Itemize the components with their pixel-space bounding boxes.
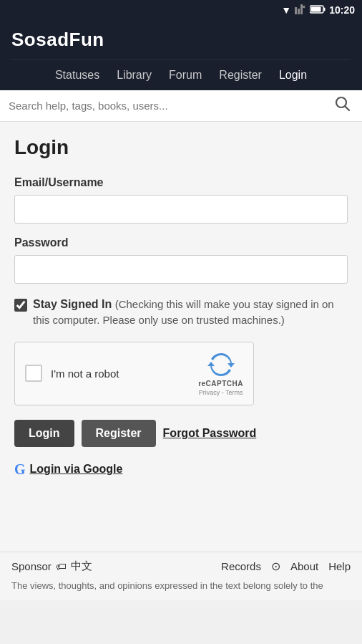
main-content: Login Email/Username Password Stay Signe… (0, 122, 362, 552)
page-title: Login (14, 136, 348, 159)
recaptcha-box[interactable]: I'm not a robot reCAPTCHA Privacy - Term… (14, 342, 254, 405)
stay-signed-checkbox[interactable] (14, 299, 27, 312)
logo: SosadFun (11, 29, 351, 59)
nav-library[interactable]: Library (108, 67, 160, 83)
nav: Statuses Library Forum Register Login (11, 59, 351, 90)
forgot-password-link[interactable]: Forgot Password (163, 427, 257, 440)
help-link[interactable]: Help (328, 560, 351, 572)
recaptcha-links: Privacy - Terms (199, 389, 243, 396)
records-link[interactable]: Records (221, 560, 261, 572)
chinese-label: 中文 (71, 559, 92, 573)
search-button[interactable] (332, 96, 353, 115)
nav-register[interactable]: Register (210, 67, 270, 83)
buttons-row: Login Register Forgot Password (14, 420, 348, 447)
status-bar: ▼ 10:20 (0, 0, 362, 20)
footer-disclaimer: The views, thoughts, and opinions expres… (11, 579, 351, 593)
google-login-row: G Login via Google (14, 461, 348, 478)
recaptcha-checkbox[interactable] (25, 365, 42, 382)
password-label: Password (14, 236, 348, 249)
sponsor-icon: 🏷 (56, 560, 67, 572)
svg-rect-6 (324, 8, 326, 11)
register-button[interactable]: Register (82, 420, 156, 447)
svg-rect-2 (300, 4, 303, 14)
stay-signed-bold: Stay Signed In (33, 298, 112, 310)
sponsor-label: Sponsor (11, 560, 52, 572)
email-label: Email/Username (14, 176, 348, 189)
recaptcha-right: reCAPTCHA Privacy - Terms (198, 351, 243, 396)
email-group: Email/Username (14, 176, 348, 224)
search-input[interactable] (9, 100, 332, 112)
header: SosadFun Statuses Library Forum Register… (0, 20, 362, 90)
svg-line-9 (346, 107, 350, 111)
recaptcha-brand: reCAPTCHA (198, 380, 243, 388)
recaptcha-left: I'm not a robot (25, 365, 119, 382)
battery-icon (310, 4, 326, 16)
login-button[interactable]: Login (14, 420, 74, 447)
footer-links: Sponsor 🏷 中文 Records ⊙ About Help (11, 559, 351, 573)
nav-forum[interactable]: Forum (160, 67, 210, 83)
password-group: Password (14, 236, 348, 284)
svg-rect-0 (295, 7, 297, 14)
recaptcha-privacy: Privacy (199, 389, 220, 396)
email-input[interactable] (14, 195, 348, 224)
svg-rect-7 (311, 7, 321, 12)
recaptcha-logo-icon (207, 351, 235, 378)
recaptcha-terms: Terms (225, 389, 243, 396)
recaptcha-label: I'm not a robot (51, 367, 119, 380)
google-icon: G (14, 461, 26, 478)
svg-rect-1 (298, 9, 300, 14)
wifi-icon: ▼ (281, 4, 291, 16)
google-login-link[interactable]: Login via Google (30, 463, 123, 476)
password-input[interactable] (14, 255, 348, 284)
status-time: 10:20 (329, 4, 355, 16)
stay-signed-group: Stay Signed In (Checking this will make … (14, 297, 348, 329)
signal-icon (295, 4, 306, 16)
github-icon: ⊙ (271, 559, 280, 573)
footer: Sponsor 🏷 中文 Records ⊙ About Help The vi… (0, 552, 362, 600)
search-bar (0, 90, 362, 122)
about-link[interactable]: About (290, 560, 318, 572)
footer-right: Records ⊙ About Help (221, 559, 351, 573)
stay-signed-label: Stay Signed In (Checking this will make … (33, 297, 348, 329)
nav-statuses[interactable]: Statuses (47, 67, 108, 83)
nav-login[interactable]: Login (270, 67, 315, 83)
search-icon (335, 96, 351, 112)
status-icons: ▼ 10:20 (281, 4, 355, 16)
footer-left: Sponsor 🏷 中文 (11, 559, 92, 573)
